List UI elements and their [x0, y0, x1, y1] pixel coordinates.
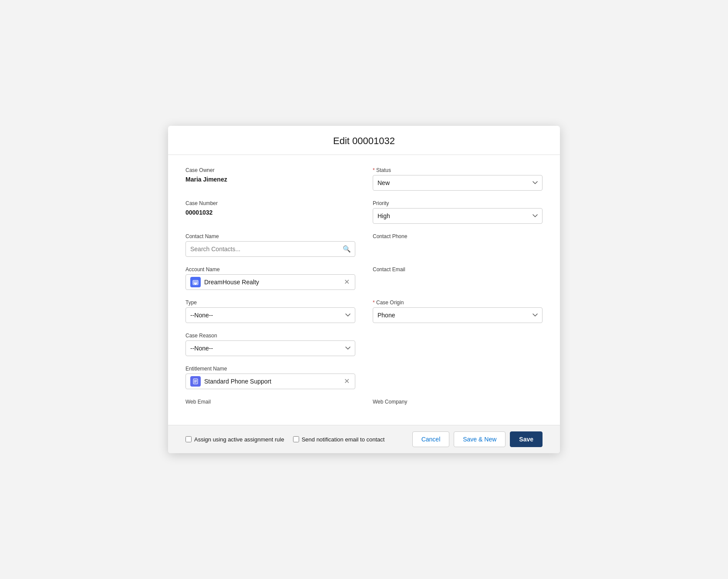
type-label: Type [185, 300, 355, 306]
case-number-value: 00001032 [185, 208, 355, 216]
contact-name-search-wrap: 🔍 [185, 241, 355, 257]
contact-email-label: Contact Email [373, 266, 543, 273]
svg-rect-5 [196, 283, 197, 284]
save-new-button[interactable]: Save & New [454, 431, 506, 447]
entitlement-name-value: Standard Phone Support [204, 378, 340, 385]
web-email-label: Web Email [185, 399, 355, 405]
contact-email-group: Contact Email [373, 266, 543, 290]
svg-rect-3 [196, 282, 197, 283]
entitlement-name-chip: Standard Phone Support ✕ [185, 374, 355, 389]
modal-header: Edit 00001032 [168, 126, 560, 155]
svg-rect-2 [195, 282, 196, 283]
send-notification-checkbox[interactable] [293, 436, 299, 442]
send-notification-check-item: Send notification email to contact [293, 436, 385, 443]
priority-select[interactable]: High Medium Low [373, 208, 543, 224]
case-reason-select[interactable]: --None-- User didn't attend training Com… [185, 340, 355, 356]
building-icon [190, 277, 201, 287]
account-name-group: Account Name DreamHouse Real [185, 266, 355, 290]
account-name-value: DreamHouse Realty [204, 279, 340, 286]
case-origin-group: Case Origin Phone Email Web [373, 300, 543, 323]
contact-name-label: Contact Name [185, 233, 355, 239]
priority-group: Priority High Medium Low [373, 200, 543, 224]
assign-rule-label[interactable]: Assign using active assignment rule [194, 436, 284, 443]
assign-rule-check-item: Assign using active assignment rule [185, 436, 284, 443]
status-label: Status [373, 167, 543, 173]
cancel-button[interactable]: Cancel [412, 431, 450, 447]
web-company-group: Web Company [373, 399, 543, 407]
priority-label: Priority [373, 200, 543, 206]
contact-phone-group: Contact Phone [373, 233, 543, 257]
status-group: Status New Working Escalated Closed [373, 167, 543, 191]
contact-phone-label: Contact Phone [373, 233, 543, 239]
web-email-group: Web Email [185, 399, 355, 407]
case-owner-label: Case Owner [185, 167, 355, 173]
svg-rect-4 [194, 283, 195, 284]
case-reason-group: Case Reason --None-- User didn't attend … [185, 333, 355, 356]
edit-modal: Edit 00001032 Case Owner Maria Jimenez S… [168, 126, 560, 453]
modal-body: Case Owner Maria Jimenez Status New Work… [168, 155, 560, 425]
account-name-clear-button[interactable]: ✕ [343, 279, 351, 286]
case-reason-label: Case Reason [185, 333, 355, 339]
status-select[interactable]: New Working Escalated Closed [373, 175, 543, 191]
entitlement-icon [190, 376, 201, 387]
case-owner-group: Case Owner Maria Jimenez [185, 167, 355, 191]
modal-title: Edit 00001032 [168, 135, 560, 147]
case-reason-right-empty [373, 333, 543, 356]
entitlement-right-empty [373, 366, 543, 389]
case-number-group: Case Number 00001032 [185, 200, 355, 224]
case-origin-label: Case Origin [373, 300, 543, 306]
contact-name-group: Contact Name 🔍 [185, 233, 355, 257]
form-grid: Case Owner Maria Jimenez Status New Work… [185, 167, 543, 416]
type-select[interactable]: --None-- Problem Feature Request Questio… [185, 307, 355, 323]
case-owner-value: Maria Jimenez [185, 175, 355, 183]
case-origin-select[interactable]: Phone Email Web [373, 307, 543, 323]
footer-checks: Assign using active assignment rule Send… [185, 436, 405, 443]
type-group: Type --None-- Problem Feature Request Qu… [185, 300, 355, 323]
send-notification-label[interactable]: Send notification email to contact [302, 436, 385, 443]
footer-actions: Cancel Save & New Save [412, 431, 543, 447]
web-company-label: Web Company [373, 399, 543, 405]
account-name-chip: DreamHouse Realty ✕ [185, 274, 355, 290]
entitlement-name-clear-button[interactable]: ✕ [343, 378, 351, 385]
entitlement-name-group: Entitlement Name Standard Phone Support … [185, 366, 355, 389]
svg-rect-6 [195, 283, 196, 285]
contact-name-input[interactable] [185, 241, 355, 257]
account-name-label: Account Name [185, 266, 355, 273]
modal-footer: Assign using active assignment rule Send… [168, 425, 560, 453]
case-number-label: Case Number [185, 200, 355, 206]
svg-rect-1 [194, 282, 195, 283]
entitlement-name-label: Entitlement Name [185, 366, 355, 372]
contact-phone-value [373, 241, 543, 257]
contact-email-value [373, 274, 543, 290]
save-button[interactable]: Save [510, 431, 543, 447]
assign-rule-checkbox[interactable] [185, 436, 192, 442]
